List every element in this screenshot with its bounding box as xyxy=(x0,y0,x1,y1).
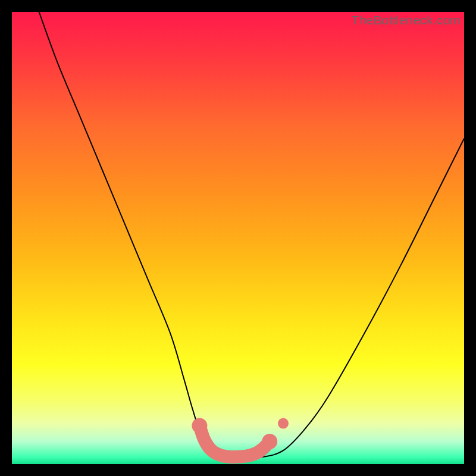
gradient-background xyxy=(12,12,464,464)
bottleneck-chart xyxy=(12,12,464,464)
watermark-text: TheBottleneck.com xyxy=(352,13,461,27)
optimal-range-worm-end xyxy=(192,418,207,433)
chart-frame: TheBottleneck.com xyxy=(12,12,464,464)
optimal-range-worm-end xyxy=(262,434,277,449)
isolated-point xyxy=(278,418,289,429)
